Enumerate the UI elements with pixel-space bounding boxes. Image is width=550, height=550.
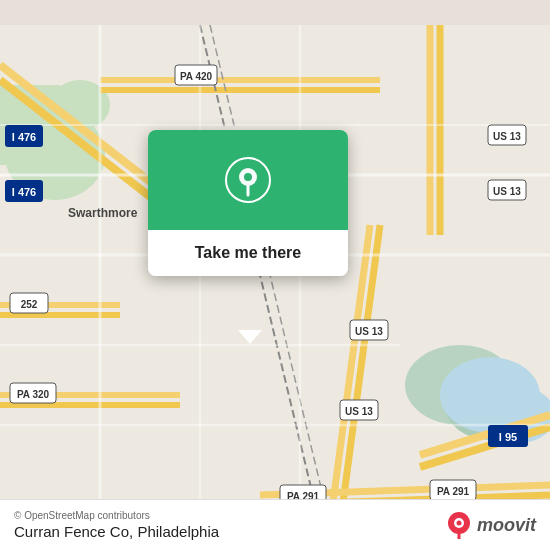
bottom-left-info: © OpenStreetMap contributors Curran Fenc… — [14, 510, 219, 540]
svg-text:PA 420: PA 420 — [180, 71, 213, 82]
svg-text:I 95: I 95 — [499, 431, 517, 443]
svg-text:US 13: US 13 — [493, 131, 521, 142]
popup-top-section — [148, 130, 348, 230]
location-name: Curran Fence Co, Philadelphia — [14, 523, 219, 540]
svg-text:252: 252 — [21, 299, 38, 310]
svg-text:PA 291: PA 291 — [437, 486, 470, 497]
svg-text:I 476: I 476 — [12, 186, 36, 198]
svg-text:PA 320: PA 320 — [17, 389, 50, 400]
osm-attribution: © OpenStreetMap contributors — [14, 510, 219, 521]
svg-text:US 13: US 13 — [355, 326, 383, 337]
svg-text:Swarthmore: Swarthmore — [68, 206, 138, 220]
moovit-brand-text: moovit — [477, 515, 536, 536]
svg-point-35 — [244, 173, 252, 181]
location-pin-icon — [225, 157, 271, 203]
svg-point-38 — [456, 521, 461, 526]
moovit-pin-icon — [445, 511, 473, 539]
take-me-there-button[interactable]: Take me there — [148, 230, 348, 276]
map-container: I 476 I 476 PA 420 US 13 US 13 US 13 US … — [0, 0, 550, 550]
svg-text:US 13: US 13 — [345, 406, 373, 417]
moovit-logo: moovit — [445, 511, 536, 539]
popup-arrow — [238, 330, 262, 344]
svg-text:US 13: US 13 — [493, 186, 521, 197]
bottom-bar: © OpenStreetMap contributors Curran Fenc… — [0, 499, 550, 550]
popup-card: Take me there — [148, 130, 348, 276]
svg-text:I 476: I 476 — [12, 131, 36, 143]
